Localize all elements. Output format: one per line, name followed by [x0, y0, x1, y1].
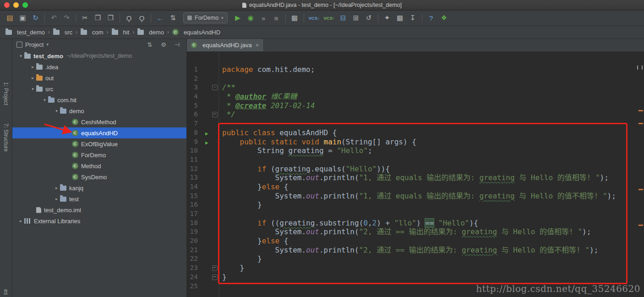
- code-line-10[interactable]: 10 String greating = "Hello";: [186, 146, 644, 155]
- code-line-16[interactable]: 16 }: [186, 200, 644, 209]
- code-line-19[interactable]: 19 System.out.println("2, 通过 == 输出的结果为: …: [186, 227, 644, 236]
- code-line-17[interactable]: 17: [186, 209, 644, 219]
- tree-item-com-hit[interactable]: ▾com.hit: [12, 94, 186, 105]
- fold-gutter-icon[interactable]: -: [212, 85, 218, 90]
- code-line-24[interactable]: 24⌐}: [186, 273, 644, 282]
- line-number: 6: [186, 110, 198, 119]
- breadcrumb-item-com[interactable]: com: [81, 29, 104, 36]
- tree-item-idea[interactable]: ▸.idea: [12, 61, 186, 72]
- breadcrumb-item-hit[interactable]: hit: [112, 29, 130, 36]
- replace-icon[interactable]: Ϙ: [136, 12, 148, 23]
- code-line-21[interactable]: 21 System.out.println("2, 通过 == 输出的结果为: …: [186, 246, 644, 255]
- warning-stripe-mark[interactable]: [639, 189, 643, 190]
- coverage-icon[interactable]: ◉: [245, 12, 257, 23]
- code-line-11[interactable]: 11: [186, 155, 644, 165]
- tree-item-fordemo[interactable]: CForDemo: [12, 149, 186, 160]
- tree-item-test-demo-iml[interactable]: test_demo.iml: [12, 204, 186, 215]
- tool-window-button-7-structure[interactable]: 7: Structure: [3, 123, 9, 152]
- vcs-commit-icon[interactable]: VCS↑: [322, 12, 337, 23]
- close-tab-icon[interactable]: ×: [256, 42, 259, 49]
- tree-item-src[interactable]: ▾src: [12, 83, 186, 94]
- code-line-2[interactable]: 2: [186, 74, 644, 83]
- hide-panel-icon[interactable]: ⊣: [173, 41, 182, 48]
- chevron-down-icon[interactable]: ▾: [46, 42, 49, 47]
- stop-icon[interactable]: ■: [270, 12, 283, 23]
- tab-equalsAndHD[interactable]: C equalsAndHD.java ×: [186, 38, 264, 51]
- code-line-12[interactable]: 12 if (greating.equals("Hello")){: [186, 165, 644, 174]
- checkout-icon[interactable]: ↧: [407, 12, 419, 23]
- warning-stripe-mark[interactable]: [639, 123, 643, 124]
- help-icon[interactable]: ?: [425, 12, 437, 23]
- code-line-14[interactable]: 14 }else {: [186, 182, 644, 192]
- warning-stripe-mark[interactable]: [639, 110, 643, 111]
- run-config-select[interactable]: ForDemo▾: [183, 12, 228, 23]
- settings-icon[interactable]: ⚙: [159, 41, 168, 48]
- code-editor[interactable]: 1package com.hit.demo;23-/**4 * @author …: [186, 51, 644, 297]
- tree-item-exofbigvalue[interactable]: CExOfBigValue: [12, 138, 186, 149]
- code-line-5[interactable]: 5 * @create 2017-02-14: [186, 101, 644, 110]
- tree-item-method[interactable]: CMethod: [12, 160, 186, 171]
- run-icon[interactable]: ▶: [232, 12, 244, 23]
- code-line-4[interactable]: 4 * @author 维C果糖: [186, 92, 644, 101]
- editor-tab-bar: C equalsAndHD.java ×: [186, 38, 644, 52]
- paste-icon[interactable]: ❒: [104, 12, 117, 23]
- find-icon[interactable]: Ϙ: [123, 12, 135, 23]
- tool-window-button-es[interactable]: es: [3, 289, 9, 295]
- breadcrumb-item-equalsandhd[interactable]: CequalsAndHD: [172, 29, 220, 36]
- tree-item-test[interactable]: ▸test: [12, 193, 186, 204]
- close-window-button[interactable]: [4, 2, 10, 8]
- sort-icon[interactable]: ⇅: [145, 41, 154, 48]
- tree-item-demo[interactable]: ▾demo: [12, 105, 186, 116]
- compile-icon[interactable]: ⇅: [167, 12, 179, 23]
- vcs-update-icon[interactable]: VCS↓: [307, 12, 322, 23]
- rollback-icon[interactable]: ↺: [363, 12, 375, 23]
- tree-item-ceshimethod[interactable]: CCeshiMethod: [12, 116, 186, 127]
- breadcrumb-item-demo[interactable]: demo: [137, 29, 164, 36]
- fold-gutter-icon[interactable]: ⌐: [212, 112, 218, 117]
- tree-item-out[interactable]: ▸out: [12, 72, 186, 83]
- code-lines: 1package com.hit.demo;23-/**4 * @author …: [186, 65, 644, 291]
- code-line-20[interactable]: 20 }else {: [186, 236, 644, 246]
- minimize-window-button[interactable]: [13, 2, 19, 8]
- tree-item-external-libraries[interactable]: ▸External Libraries: [12, 215, 186, 226]
- code-line-18[interactable]: 18 if ((greating.substring(0,2) + "llo")…: [186, 219, 644, 228]
- line-number: 17: [186, 209, 198, 219]
- code-line-1[interactable]: 1package com.hit.demo;: [186, 65, 644, 74]
- code-line-15[interactable]: 15 System.out.println("1, 通过 equals 输出的结…: [186, 192, 644, 201]
- save-icon[interactable]: ▣: [16, 12, 29, 23]
- project-structure-icon[interactable]: ❖: [438, 12, 450, 23]
- stripe-indicator[interactable]: [637, 66, 643, 70]
- code-line-3[interactable]: 3-/**: [186, 83, 644, 92]
- warning-stripe-mark[interactable]: [639, 225, 643, 226]
- undo-icon[interactable]: ↶: [48, 12, 60, 23]
- fold-gutter-icon[interactable]: ⌐: [212, 275, 218, 280]
- tree-item-equalsandhd[interactable]: CequalsAndHD: [12, 127, 186, 138]
- breadcrumb-item-test-demo[interactable]: test_demo: [5, 29, 45, 36]
- open-icon[interactable]: ▤: [4, 12, 16, 23]
- fold-gutter-icon[interactable]: ⌐: [212, 265, 218, 271]
- code-line-23[interactable]: 23⌐ }: [186, 264, 644, 273]
- magic-wand-icon[interactable]: ✦: [381, 12, 393, 23]
- tree-item-test-demo[interactable]: ▾test_demo~/IdeaProjects/test_demo: [12, 50, 186, 61]
- tree-item-sysdemo[interactable]: CSysDemo: [12, 171, 186, 182]
- code-line-9[interactable]: 9▶ public static void main(String[] args…: [186, 138, 644, 147]
- table-icon[interactable]: ▦: [394, 12, 406, 23]
- code-line-8[interactable]: 8▶public class equalsAndHD {: [186, 128, 644, 138]
- tree-item-kanjq[interactable]: ▸kanjq: [12, 182, 186, 193]
- code-line-13[interactable]: 13 System.out.println("1, 通过 equals 输出的结…: [186, 173, 644, 182]
- breadcrumb-item-src[interactable]: src: [53, 29, 72, 36]
- skip-icon[interactable]: »: [257, 12, 270, 23]
- tool-window-button-1-project[interactable]: 1: Project: [3, 82, 9, 105]
- code-line-7[interactable]: 7: [186, 119, 644, 128]
- layout-icon[interactable]: ▦: [289, 12, 301, 23]
- back-icon[interactable]: ←: [154, 12, 166, 23]
- code-line-6[interactable]: 6⌐ */: [186, 110, 644, 119]
- diff-icon[interactable]: ⊟: [337, 12, 349, 23]
- sync-icon[interactable]: ↻: [29, 12, 42, 23]
- copy-icon[interactable]: ❐: [92, 12, 104, 23]
- redo-icon[interactable]: ↷: [60, 12, 73, 23]
- shelve-icon[interactable]: ⊞: [350, 12, 362, 23]
- fullscreen-window-button[interactable]: [22, 2, 28, 8]
- cut-icon[interactable]: ✂: [79, 12, 91, 23]
- code-line-22[interactable]: 22 }: [186, 254, 644, 264]
